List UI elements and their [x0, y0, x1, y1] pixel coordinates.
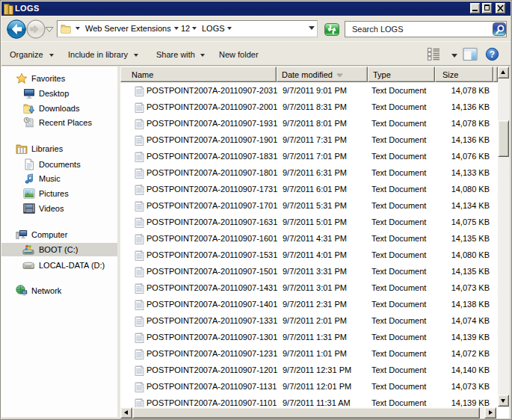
svg-text:?: ?: [490, 49, 495, 60]
